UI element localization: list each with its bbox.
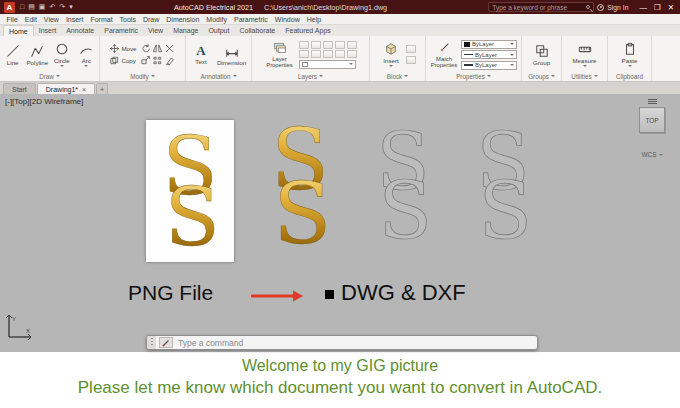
layer-tool-icon[interactable] xyxy=(347,50,357,58)
tab-parametric[interactable]: Parametric xyxy=(99,25,143,36)
tab-start[interactable]: Start xyxy=(3,83,36,94)
tab-annotate[interactable]: Annotate xyxy=(61,25,99,36)
title-bar: A □ ▤ ▣ ↶ ↷ ▾ AutoCAD Electrical 2021 C:… xyxy=(0,0,680,14)
close-tab-icon[interactable]: × xyxy=(82,86,86,93)
panel-label-properties[interactable]: Properties xyxy=(426,71,521,81)
drawing-canvas[interactable]: S S [-][Top][2D Wireframe] TOP WCS PNG F… xyxy=(0,94,680,352)
menu-item-view[interactable]: View xyxy=(40,16,62,23)
panel-label-block[interactable]: Block xyxy=(370,71,425,81)
insert-block-tool[interactable]: Insert xyxy=(380,42,403,67)
maximize-button[interactable]: ❐ xyxy=(654,3,661,12)
command-grip-handle[interactable] xyxy=(147,336,156,349)
measure-tool[interactable]: Measure xyxy=(573,42,596,67)
mirror-icon[interactable] xyxy=(153,44,162,53)
match-properties-tool[interactable]: Match Properties xyxy=(430,41,458,68)
trim-icon[interactable] xyxy=(165,44,174,53)
layer-tool-icon[interactable] xyxy=(299,41,309,49)
circle-tool[interactable]: Circle xyxy=(51,42,72,67)
undo-icon[interactable]: ↶ xyxy=(49,3,55,11)
wcs-selector[interactable]: WCS xyxy=(641,151,662,158)
layer-properties-tool[interactable]: Layer Properties xyxy=(264,41,296,68)
arc-dropdown-icon[interactable] xyxy=(84,65,88,67)
help-search-input[interactable]: Type a keyword or phrase xyxy=(488,2,594,12)
panel-label-layers[interactable]: Layers xyxy=(252,71,369,81)
menu-item-edit[interactable]: Edit xyxy=(21,16,40,23)
menu-item-tools[interactable]: Tools xyxy=(116,16,139,23)
tab-insert[interactable]: Insert xyxy=(34,25,62,36)
tab-home[interactable]: Home xyxy=(3,25,34,36)
block-tool-icon[interactable] xyxy=(406,45,416,53)
paste-dropdown-icon[interactable] xyxy=(628,65,632,67)
scale-icon[interactable] xyxy=(141,56,150,65)
tab-output[interactable]: Output xyxy=(203,25,234,36)
tab-featured-apps[interactable]: Featured Apps xyxy=(280,25,336,36)
dimension-tool[interactable]: Dimension xyxy=(216,44,248,66)
menu-item-file[interactable]: File xyxy=(3,16,21,23)
redo-icon[interactable]: ↷ xyxy=(59,3,65,11)
qat-dropdown-icon[interactable]: ▾ xyxy=(69,3,73,11)
layer-tool-icon[interactable] xyxy=(335,50,345,58)
panel-label-draw[interactable]: Draw xyxy=(0,71,99,81)
panel-label-annotation[interactable]: Annotation xyxy=(186,71,251,81)
paste-tool[interactable]: Paste xyxy=(618,42,641,67)
command-input[interactable]: Type a command xyxy=(178,338,243,348)
menu-item-modify[interactable]: Modify xyxy=(203,16,231,23)
menu-item-insert[interactable]: Insert xyxy=(62,16,87,23)
ribbon: Line Polyline Circle Arc Draw xyxy=(0,36,680,82)
layer-tool-icon[interactable] xyxy=(347,41,357,49)
sign-in-button[interactable]: Sign In xyxy=(607,4,628,11)
open-file-icon[interactable]: ▤ xyxy=(28,3,35,11)
layer-tool-icon[interactable] xyxy=(323,41,333,49)
new-file-icon[interactable]: □ xyxy=(20,3,24,11)
tab-manage[interactable]: Manage xyxy=(168,25,203,36)
layer-tool-icon[interactable] xyxy=(311,50,321,58)
menu-item-parametric[interactable]: Parametric xyxy=(230,16,271,23)
tab-drawing1[interactable]: Drawing1* × xyxy=(37,83,95,94)
panel-label-utilities[interactable]: Utilities xyxy=(562,71,607,81)
insert-dropdown-icon[interactable] xyxy=(389,65,393,67)
circle-dropdown-icon[interactable] xyxy=(60,65,64,67)
text-tool[interactable]: A Text xyxy=(190,44,213,65)
menu-item-format[interactable]: Format xyxy=(87,16,116,23)
polyline-tool[interactable]: Polyline xyxy=(26,44,48,66)
close-button[interactable]: ✕ xyxy=(668,3,674,12)
save-icon[interactable]: ▣ xyxy=(39,3,46,11)
command-customize-box[interactable] xyxy=(159,337,173,348)
command-line[interactable]: Type a command xyxy=(146,335,538,350)
menu-item-dimension[interactable]: Dimension xyxy=(163,16,203,23)
viewcube[interactable]: TOP xyxy=(639,107,665,133)
lineweight-dropdown[interactable]: ByLayer xyxy=(461,61,517,70)
tab-collaborate[interactable]: Collaborate xyxy=(234,25,280,36)
tab-view[interactable]: View xyxy=(143,25,168,36)
layer-select-dropdown[interactable] xyxy=(299,60,356,69)
navbar-menu-icon[interactable] xyxy=(648,99,657,100)
panel-label-clipboard[interactable]: Clipboard xyxy=(608,71,651,81)
group-tool[interactable]: Group xyxy=(530,44,553,66)
menu-item-help[interactable]: Help xyxy=(303,16,324,23)
layer-tool-icon[interactable] xyxy=(299,50,309,58)
document-path: C:\Users\anich\Desktop\Drawing1.dwg xyxy=(264,3,387,12)
layer-tool-icon[interactable] xyxy=(335,41,345,49)
block-tool-icon[interactable] xyxy=(406,56,416,64)
panel-label-modify[interactable]: Modify xyxy=(100,71,185,81)
line-tool[interactable]: Line xyxy=(2,44,23,66)
minimize-button[interactable]: — xyxy=(639,3,647,12)
layer-tool-icon[interactable] xyxy=(323,50,333,58)
move-tool[interactable]: Move xyxy=(110,44,136,53)
array-icon[interactable] xyxy=(153,56,162,65)
viewport-controls[interactable]: [-][Top][2D Wireframe] xyxy=(5,97,83,106)
erase-icon[interactable] xyxy=(165,56,174,65)
copy-tool[interactable]: Copy xyxy=(110,56,136,65)
menu-item-draw[interactable]: Draw xyxy=(139,16,162,23)
arc-tool[interactable]: Arc xyxy=(76,42,97,67)
color-dropdown[interactable]: ByLayer xyxy=(461,40,517,49)
new-tab-button[interactable]: + xyxy=(96,83,108,94)
panel-label-groups[interactable]: Groups xyxy=(522,71,561,81)
autocad-logo-icon[interactable]: A xyxy=(4,2,15,13)
menu-item-window[interactable]: Window xyxy=(271,16,303,23)
linetype-dropdown[interactable]: ByLayer xyxy=(461,50,517,59)
layer-tool-icon[interactable] xyxy=(311,41,321,49)
measure-dropdown-icon[interactable] xyxy=(583,65,587,67)
search-icon[interactable] xyxy=(586,5,590,9)
rotate-icon[interactable] xyxy=(141,44,150,53)
